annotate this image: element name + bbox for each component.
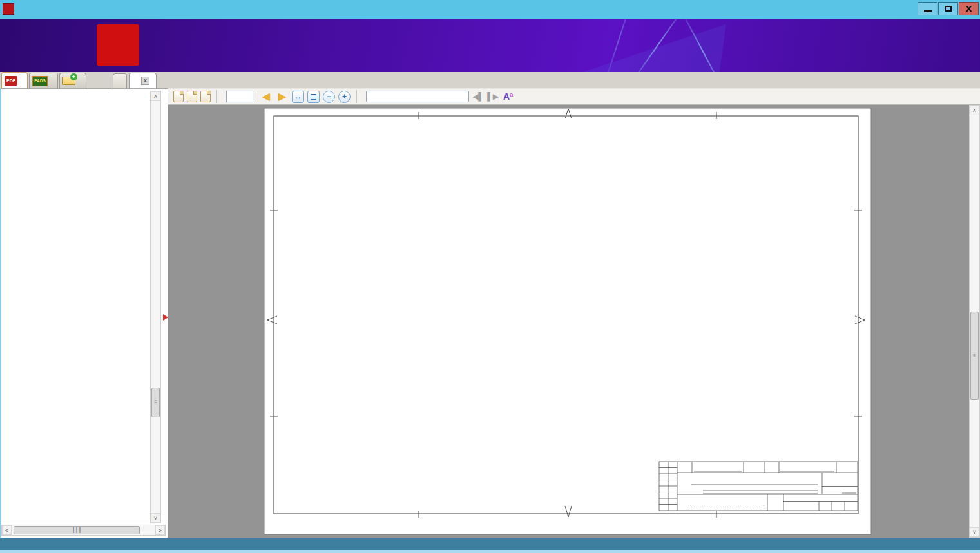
pdf-toolbar: ◀ ▶ ↔ − + ◀▌ ▌▶ Aa — [168, 88, 980, 105]
copy-page-up-icon[interactable] — [187, 91, 197, 102]
maximize-button[interactable] — [938, 2, 958, 15]
minimize-icon — [924, 10, 932, 12]
share-folder-icon — [62, 77, 75, 85]
close-icon: X — [965, 4, 972, 14]
pdf-icon: PDF — [5, 76, 17, 86]
find-next-icon[interactable]: ▌▶ — [487, 91, 499, 102]
match-case-icon[interactable]: Aa — [503, 92, 513, 101]
window-edge — [0, 550, 980, 553]
schematic-page — [168, 105, 969, 538]
zoom-out-button[interactable]: − — [323, 91, 335, 103]
pads-icon: PADS — [32, 76, 48, 86]
zoom-in-button[interactable]: + — [338, 91, 351, 103]
close-doc-icon[interactable]: x — [141, 77, 149, 85]
tab-bar: PDF PADS x — [0, 72, 980, 88]
banner — [0, 19, 980, 72]
fit-page-button[interactable] — [307, 91, 320, 103]
scrollbar-thumb[interactable]: ┃┃┃ — [14, 526, 140, 534]
scroll-up-icon[interactable]: ˄ — [970, 106, 979, 115]
main-vscrollbar[interactable]: ˄ ≡ ˅ — [969, 105, 980, 538]
file-tree — [1, 91, 151, 525]
scroll-down-icon[interactable]: ˅ — [970, 527, 979, 537]
tab-schematic[interactable]: PDF — [1, 72, 28, 88]
find-input[interactable] — [366, 91, 469, 102]
scrollbar-thumb[interactable]: ≡ — [151, 388, 160, 417]
doc-tab-current[interactable]: x — [129, 73, 157, 88]
toolbar-separator — [216, 90, 217, 103]
scroll-down-icon[interactable]: ˅ — [151, 513, 160, 523]
brand-logo — [97, 24, 139, 66]
single-page-icon[interactable] — [173, 91, 184, 102]
tab-share[interactable] — [59, 73, 86, 88]
minimize-button[interactable] — [918, 2, 937, 15]
close-button[interactable]: X — [959, 2, 979, 15]
prev-page-button[interactable]: ◀ — [260, 90, 273, 103]
splitter-collapse-icon[interactable] — [163, 314, 168, 321]
schematic-canvas[interactable] — [168, 105, 969, 538]
scroll-left-icon[interactable]: < — [2, 525, 12, 535]
doc-tab-welcome[interactable] — [113, 73, 127, 88]
status-bar — [0, 538, 980, 550]
copy-page-down-icon[interactable] — [200, 91, 211, 102]
app-logo-icon — [3, 3, 14, 15]
sidebar-hscrollbar[interactable]: < ┃┃┃ > — [1, 525, 166, 536]
fit-page-icon — [311, 94, 316, 100]
maximize-icon — [945, 6, 952, 12]
fit-width-button[interactable]: ↔ — [292, 91, 304, 103]
tab-layout[interactable]: PADS — [29, 73, 58, 88]
window-edge — [0, 88, 1, 538]
next-page-button[interactable]: ▶ — [276, 90, 289, 103]
sidebar-vscrollbar[interactable]: ˄ ≡ ˅ — [150, 91, 161, 523]
toolbar-separator — [356, 90, 357, 103]
find-previous-icon[interactable]: ◀▌ — [472, 91, 484, 102]
page-number-input[interactable] — [226, 91, 253, 102]
scrollbar-thumb[interactable]: ≡ — [970, 312, 979, 400]
scroll-up-icon[interactable]: ˄ — [151, 91, 160, 101]
titlebar: X — [0, 0, 980, 19]
sidebar: ˄ ≡ ˅ < ┃┃┃ > — [0, 88, 168, 538]
app-window: X PDF PADS x — [0, 0, 980, 553]
scroll-right-icon[interactable]: > — [155, 525, 165, 535]
